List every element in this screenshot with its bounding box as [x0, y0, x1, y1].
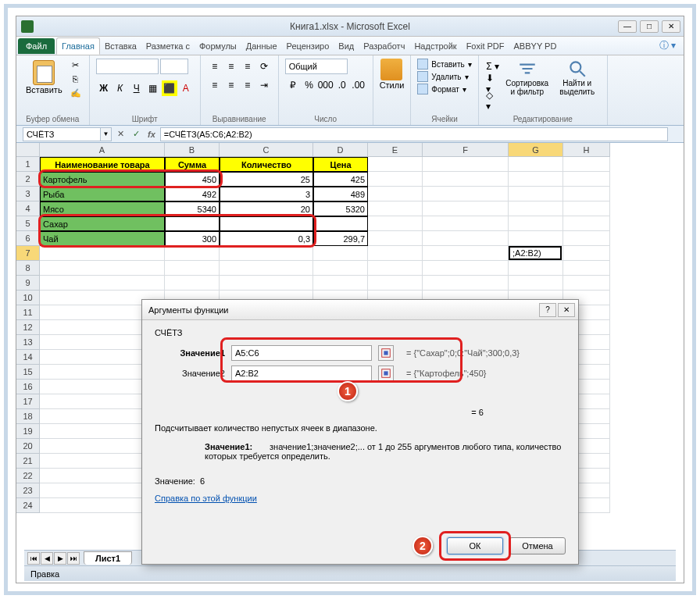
- cell[interactable]: 3: [220, 187, 313, 201]
- cell[interactable]: [509, 216, 563, 231]
- cell[interactable]: 0,3: [220, 231, 313, 246]
- font-select[interactable]: [96, 59, 159, 74]
- italic-button[interactable]: К: [112, 80, 128, 96]
- cell[interactable]: 299,7: [313, 231, 368, 246]
- cell[interactable]: [423, 157, 509, 172]
- row-header-3[interactable]: 3: [16, 187, 40, 201]
- help-icon[interactable]: ⓘ ▾: [659, 39, 676, 52]
- align-center-icon[interactable]: ≡: [223, 77, 239, 93]
- cell[interactable]: 5320: [313, 201, 368, 216]
- cell[interactable]: Сумма: [165, 157, 220, 172]
- border-button[interactable]: ▦: [145, 80, 161, 96]
- cell[interactable]: [423, 201, 509, 216]
- cell[interactable]: [563, 246, 610, 261]
- bold-button[interactable]: Ж: [96, 80, 112, 96]
- paste-button[interactable]: Вставить: [23, 59, 66, 96]
- row-header-14[interactable]: 14: [16, 350, 40, 365]
- col-header-H[interactable]: H: [563, 143, 610, 157]
- align-middle-icon[interactable]: ≡: [223, 59, 239, 74]
- format-painter-icon[interactable]: ✍: [69, 87, 83, 99]
- autosum-icon[interactable]: Σ ▾: [485, 59, 501, 74]
- row-header-20[interactable]: 20: [16, 439, 40, 454]
- cell[interactable]: [423, 276, 509, 291]
- tab-developer[interactable]: Разработч: [359, 38, 409, 54]
- tab-home[interactable]: Главная: [56, 37, 100, 55]
- cell[interactable]: [509, 157, 563, 172]
- align-top-icon[interactable]: ≡: [207, 59, 223, 74]
- cell[interactable]: [563, 157, 610, 172]
- cell[interactable]: [220, 276, 313, 291]
- cell[interactable]: [313, 216, 368, 231]
- cell[interactable]: [368, 172, 423, 187]
- row-header-18[interactable]: 18: [16, 409, 40, 424]
- cell[interactable]: [423, 172, 509, 187]
- close-button[interactable]: ✕: [662, 20, 680, 33]
- cell[interactable]: 450: [165, 172, 220, 187]
- cancel-formula-icon[interactable]: ✕: [113, 127, 127, 141]
- copy-icon[interactable]: ⎘: [69, 73, 83, 85]
- format-cells-button[interactable]: Формат ▾: [417, 84, 471, 94]
- col-header-G[interactable]: G: [509, 143, 563, 157]
- fill-color-button[interactable]: ⬛: [162, 80, 177, 96]
- cell[interactable]: Количество: [220, 157, 313, 172]
- fx-icon[interactable]: fx: [148, 130, 155, 139]
- row-header-12[interactable]: 12: [16, 320, 40, 335]
- cell[interactable]: [368, 246, 423, 261]
- cell[interactable]: Рыба: [40, 187, 165, 201]
- font-color-button[interactable]: A: [178, 80, 194, 96]
- align-bottom-icon[interactable]: ≡: [240, 59, 255, 74]
- cell[interactable]: [368, 201, 423, 216]
- row-header-1[interactable]: 1: [16, 157, 40, 172]
- cell[interactable]: [165, 276, 220, 291]
- clear-icon[interactable]: ◇ ▾: [485, 93, 501, 109]
- cell[interactable]: Наименование товара: [40, 157, 165, 172]
- row-header-15[interactable]: 15: [16, 365, 40, 380]
- cell[interactable]: Сахар: [40, 216, 165, 231]
- arg2-input[interactable]: [231, 365, 372, 381]
- tab-layout[interactable]: Разметка с: [141, 38, 195, 54]
- number-format-select[interactable]: [285, 59, 348, 74]
- insert-cells-button[interactable]: Вставить ▾: [417, 59, 471, 70]
- tab-formulas[interactable]: Формулы: [195, 38, 241, 54]
- percent-icon[interactable]: %: [302, 77, 317, 93]
- help-link[interactable]: Справка по этой функции: [155, 494, 257, 503]
- tab-addins[interactable]: Надстройк: [409, 38, 461, 54]
- tab-nav-next-icon[interactable]: ▶: [54, 552, 66, 565]
- row-header-11[interactable]: 11: [16, 305, 40, 320]
- arg2-range-button[interactable]: [378, 365, 394, 381]
- row-header-4[interactable]: 4: [16, 201, 40, 216]
- row-header-6[interactable]: 6: [16, 231, 40, 246]
- tab-file[interactable]: Файл: [18, 38, 55, 54]
- select-all-corner[interactable]: [16, 143, 40, 157]
- styles-button[interactable]: Стили: [380, 59, 405, 90]
- cell[interactable]: [509, 261, 563, 276]
- delete-cells-button[interactable]: Удалить ▾: [417, 71, 471, 82]
- cell[interactable]: 489: [313, 187, 368, 201]
- cell[interactable]: [313, 246, 368, 261]
- col-header-B[interactable]: B: [165, 143, 220, 157]
- row-header-16[interactable]: 16: [16, 380, 40, 394]
- tab-nav-prev-icon[interactable]: ◀: [41, 552, 53, 565]
- cell[interactable]: [220, 216, 313, 231]
- tab-data[interactable]: Данные: [241, 38, 282, 54]
- cell[interactable]: [423, 231, 509, 246]
- cell[interactable]: [563, 201, 610, 216]
- cell[interactable]: 425: [313, 172, 368, 187]
- orientation-icon[interactable]: ⟳: [256, 59, 272, 74]
- cell[interactable]: [165, 216, 220, 231]
- sheet-tab-1[interactable]: Лист1: [84, 551, 132, 565]
- cell[interactable]: [40, 246, 165, 261]
- cell[interactable]: [220, 261, 313, 276]
- cell[interactable]: [563, 187, 610, 201]
- cell[interactable]: [563, 276, 610, 291]
- cell[interactable]: 20: [220, 201, 313, 216]
- cell[interactable]: [368, 261, 423, 276]
- enter-formula-icon[interactable]: ✓: [129, 127, 143, 141]
- arg1-range-button[interactable]: [378, 345, 394, 361]
- underline-button[interactable]: Ч: [129, 80, 145, 96]
- row-header-22[interactable]: 22: [16, 469, 40, 483]
- cell[interactable]: [563, 172, 610, 187]
- cell[interactable]: Цена: [313, 157, 368, 172]
- dialog-titlebar[interactable]: Аргументы функции ? ✕: [142, 300, 578, 320]
- align-left-icon[interactable]: ≡: [207, 77, 223, 93]
